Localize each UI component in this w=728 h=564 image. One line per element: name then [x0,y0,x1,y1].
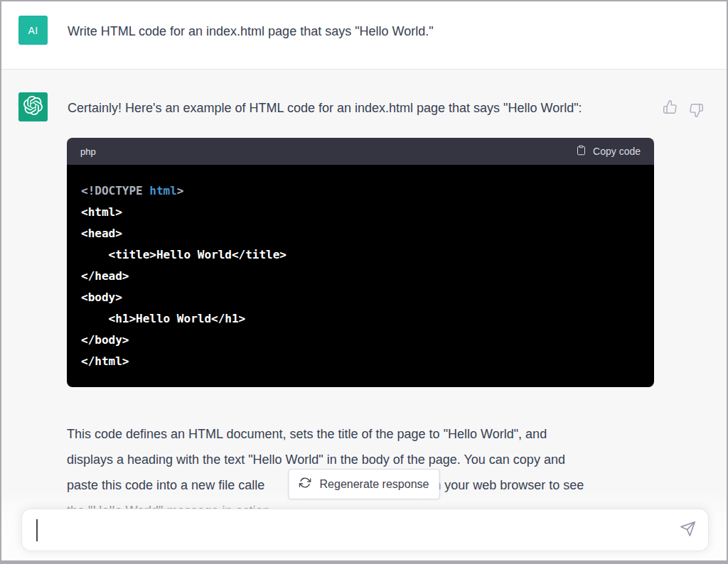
user-message-text: Write HTML code for an index.html page t… [68,16,434,69]
user-avatar-label: AI [28,25,38,36]
code-block-header: php Copy code [67,138,654,165]
code-language-label: php [80,146,96,157]
copy-code-button[interactable]: Copy code [576,144,641,158]
code-content: <!DOCTYPE html><html><head> <title>Hello… [67,165,654,387]
send-button[interactable] [680,521,696,539]
copy-code-label: Copy code [593,146,641,157]
feedback-buttons [663,92,710,116]
thumbs-up-button[interactable] [663,99,678,116]
openai-logo-icon [23,96,43,118]
code-block: php Copy code <!DOCTYPE html><html><head… [67,138,654,387]
text-caret [36,519,38,541]
chat-window: AI Write HTML code for an index.html pag… [0,0,728,564]
chatgpt-avatar [18,92,48,121]
send-icon [680,528,696,539]
message-input[interactable] [21,509,709,551]
clipboard-icon [576,144,587,158]
thumbs-down-button[interactable] [689,103,704,120]
regenerate-response-button[interactable]: Regenerate response [289,469,440,499]
explanation-line-1: This code defines an HTML document, sets… [67,421,661,447]
user-message: AI Write HTML code for an index.html pag… [1,1,727,69]
thumbs-down-icon [689,109,704,120]
assistant-intro-text: Certainly! Here's an example of HTML cod… [68,92,643,117]
regenerate-icon [299,477,311,492]
thumbs-up-icon [663,106,678,116]
user-avatar: AI [18,16,48,45]
regenerate-label: Regenerate response [320,478,429,491]
